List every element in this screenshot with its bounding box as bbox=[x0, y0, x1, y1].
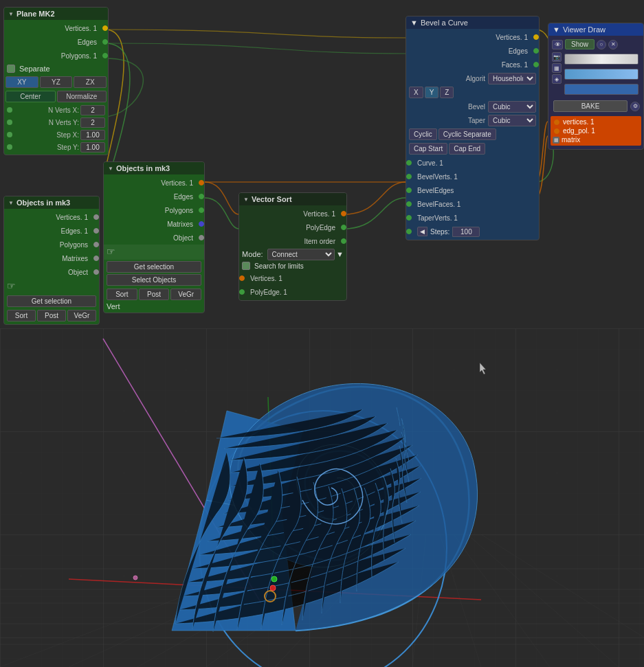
sort-button-2[interactable]: Sort bbox=[107, 289, 137, 300]
n-verts-x-value[interactable]: 2 bbox=[80, 105, 105, 115]
y-button[interactable]: Y bbox=[425, 87, 439, 98]
vertices-socket[interactable] bbox=[102, 25, 108, 31]
get-selection-row-2: Get selection Select Objects bbox=[104, 260, 204, 287]
obj1-vertices-socket[interactable] bbox=[93, 214, 99, 220]
vs-itemorder-socket[interactable] bbox=[341, 238, 346, 244]
obj2-polygons-socket[interactable] bbox=[199, 207, 204, 213]
bevel-faces-in-socket[interactable] bbox=[533, 62, 539, 67]
bevel-taperverts-label: TaperVerts. 1 bbox=[417, 214, 536, 222]
objects-mk3-1-title: Objects in mk3 bbox=[16, 199, 70, 207]
obj2-object-socket[interactable] bbox=[199, 235, 204, 240]
objects-mk3-1-panel: ▼ Objects in mk3 Vertices. 1 Edges. 1 Po… bbox=[3, 196, 100, 325]
bake-button[interactable]: BAKE bbox=[553, 100, 628, 112]
show-button[interactable]: Show bbox=[565, 39, 595, 49]
post-button-1[interactable]: Post bbox=[37, 310, 66, 321]
taper-row: Taper Cubic bbox=[406, 113, 539, 127]
bevel-edges-in-socket[interactable] bbox=[533, 48, 539, 54]
polygons-socket[interactable] bbox=[102, 53, 108, 58]
z-button[interactable]: Z bbox=[440, 87, 454, 98]
viewer-data-panel: vertices. 1 edg_pol. 1 ▦ matrix bbox=[551, 116, 641, 146]
algorit-select[interactable]: Householder bbox=[488, 73, 536, 84]
bevel-select[interactable]: Cubic bbox=[488, 101, 536, 113]
bevel-vertices-in-socket[interactable] bbox=[533, 34, 539, 40]
vs-in-vertices-socket[interactable] bbox=[239, 275, 245, 281]
obj2-matrixes-socket[interactable] bbox=[199, 221, 204, 227]
cap-start-button[interactable]: Cap Start bbox=[409, 143, 447, 155]
step-y-label: Step Y: bbox=[14, 144, 79, 151]
vs-polyedge-label: PolyEdge bbox=[242, 224, 335, 231]
post-button-2[interactable]: Post bbox=[139, 289, 170, 300]
edgpol-data-socket bbox=[554, 128, 559, 134]
bake-settings-btn[interactable]: ⚙ bbox=[630, 102, 640, 111]
obj2-edges-socket[interactable] bbox=[199, 194, 204, 199]
vs-mode-select[interactable]: Connect bbox=[267, 249, 335, 260]
taper-select[interactable]: Cubic bbox=[488, 115, 536, 126]
bevel-edges-in-label: Edges bbox=[409, 47, 528, 55]
obj1-edges-socket[interactable] bbox=[93, 228, 99, 234]
n-verts-y-value[interactable]: 2 bbox=[80, 117, 105, 128]
vs-in-polyedge-socket[interactable] bbox=[239, 289, 245, 295]
bevel-beveledges-socket[interactable] bbox=[406, 188, 412, 193]
vector-sort-header: ▼ Vector Sort bbox=[239, 193, 346, 205]
sort-button-1[interactable]: Sort bbox=[7, 310, 36, 321]
obj1-polygons-socket[interactable] bbox=[93, 242, 99, 247]
cyclic-button[interactable]: Cyclic bbox=[409, 128, 437, 140]
normalize-button[interactable]: Normalize bbox=[57, 91, 107, 102]
bevel-taperverts-socket[interactable] bbox=[406, 215, 412, 221]
vs-polyedge-socket[interactable] bbox=[341, 225, 346, 230]
steps-socket[interactable] bbox=[406, 229, 412, 234]
cyclic-separate-button[interactable]: Cyclic Separate bbox=[438, 128, 496, 140]
circle-btn-2[interactable]: ✕ bbox=[608, 40, 618, 49]
bevel-vertices-in-row: Vertices. 1 bbox=[406, 30, 539, 44]
n-verts-y-socket bbox=[7, 120, 12, 125]
obj1-object-socket[interactable] bbox=[93, 269, 99, 275]
obj2-object-label: Object bbox=[107, 234, 193, 242]
zx-button[interactable]: ZX bbox=[74, 76, 107, 88]
steps-value[interactable]: 100 bbox=[452, 227, 480, 237]
vegr-button-1[interactable]: VeGr bbox=[67, 310, 96, 321]
step-y-value[interactable]: 1.00 bbox=[80, 142, 105, 152]
vegr-button-2[interactable]: VeGr bbox=[170, 289, 201, 300]
vs-search-checkbox[interactable] bbox=[242, 262, 250, 270]
get-selection-button-1[interactable]: Get selection bbox=[7, 295, 96, 307]
circle-btn-1[interactable]: ○ bbox=[597, 40, 606, 49]
obj2-vertices-socket[interactable] bbox=[199, 180, 204, 185]
collapse-tri-1[interactable]: ▼ bbox=[8, 200, 14, 206]
bevel-bevelfaces-socket[interactable] bbox=[406, 201, 412, 207]
cap-end-button[interactable]: Cap End bbox=[449, 143, 485, 155]
vs-in-polyedge-label: PolyEdge. 1 bbox=[250, 289, 344, 296]
collapse-triangle[interactable]: ▼ bbox=[8, 11, 14, 17]
obj1-matrixes-socket[interactable] bbox=[93, 256, 99, 261]
cap-row: Cap Start Cap End bbox=[406, 142, 539, 156]
n-verts-x-socket bbox=[7, 107, 12, 113]
center-button[interactable]: Center bbox=[5, 91, 56, 102]
vd-collapse-tri[interactable]: ▼ bbox=[553, 25, 560, 34]
obj2-vertices-label: Vertices. 1 bbox=[107, 179, 193, 187]
step-x-value[interactable]: 1.00 bbox=[80, 130, 105, 140]
collapse-tri-2[interactable]: ▼ bbox=[108, 166, 113, 172]
bevel-collapse-tri[interactable]: ▼ bbox=[410, 19, 418, 27]
separate-checkbox[interactable] bbox=[7, 65, 15, 73]
polygons-row: Polygons. 1 bbox=[4, 49, 108, 63]
3d-viewport[interactable] bbox=[0, 328, 644, 667]
vs-vertices-socket[interactable] bbox=[341, 211, 346, 216]
viewer-draw-panel: ▼ Viewer Draw 👁 Show ○ ✕ 📷 ▦ ◈ bbox=[548, 23, 644, 150]
edges-socket[interactable] bbox=[102, 39, 108, 45]
vs-mode-label: Mode: bbox=[242, 250, 263, 258]
yz-button[interactable]: YZ bbox=[40, 76, 73, 88]
steps-arrow-left[interactable]: ◀ bbox=[417, 227, 428, 236]
x-button[interactable]: X bbox=[409, 87, 423, 98]
eye-icon[interactable]: 👁 bbox=[552, 40, 563, 49]
bevel-bevelfaces-row: BevelFaces. 1 bbox=[406, 197, 539, 211]
vs-collapse-tri[interactable]: ▼ bbox=[243, 196, 249, 203]
color-block-3[interactable] bbox=[564, 84, 639, 95]
viewer-draw-header: ▼ Viewer Draw bbox=[548, 23, 643, 36]
color-block-2[interactable] bbox=[564, 69, 639, 80]
color-block-1[interactable] bbox=[564, 54, 639, 65]
bevel-curve-out-socket[interactable] bbox=[406, 160, 412, 166]
select-objects-button[interactable]: Select Objects bbox=[107, 274, 201, 286]
bevel-bevelverts-socket[interactable] bbox=[406, 174, 412, 179]
xy-button[interactable]: XY bbox=[5, 76, 38, 88]
vs-polyedge-row: PolyEdge bbox=[239, 221, 346, 234]
get-selection-button-2[interactable]: Get selection bbox=[107, 261, 201, 273]
